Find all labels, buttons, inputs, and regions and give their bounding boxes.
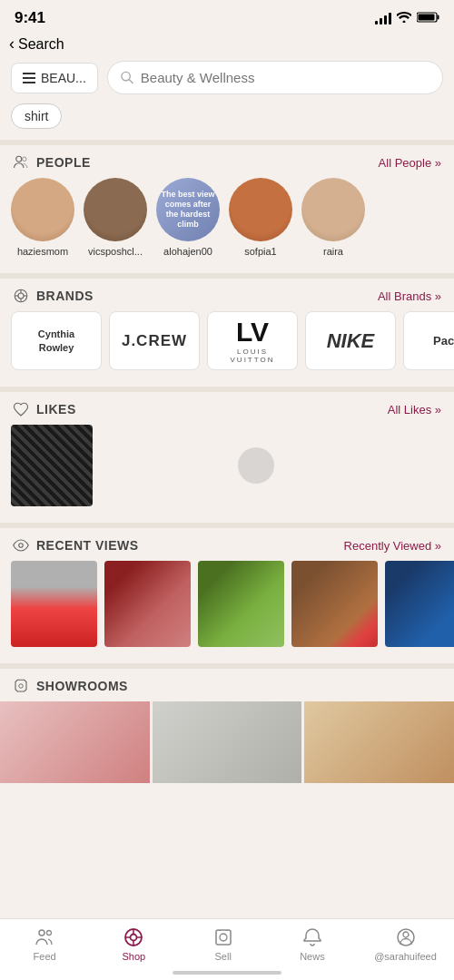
product-image-bag <box>291 561 378 647</box>
svg-point-15 <box>39 930 44 936</box>
brand-pac: Pac... <box>433 334 454 348</box>
views-row <box>0 561 454 660</box>
showrooms-icon <box>13 678 29 694</box>
status-icons <box>375 11 439 25</box>
person-name: sofpia1 <box>244 246 276 257</box>
list-item[interactable]: The best view comes after the hardest cl… <box>156 178 220 257</box>
avatar <box>11 178 74 241</box>
list-item[interactable]: raira <box>301 178 365 257</box>
person-name: alohajen00 <box>163 246 212 257</box>
status-time: 9:41 <box>15 9 45 27</box>
search-row: BEAU... <box>0 61 454 103</box>
search-box[interactable] <box>107 61 443 94</box>
recently-viewed-link[interactable]: Recently Viewed » <box>344 539 441 553</box>
svg-point-28 <box>403 932 409 937</box>
loading-spinner <box>238 447 274 484</box>
svg-line-4 <box>129 80 133 83</box>
list-item[interactable] <box>291 561 378 647</box>
brands-section: BRANDS All Brands » CynthiaRowley J.CREW… <box>0 279 454 383</box>
shop-icon <box>123 926 144 948</box>
people-title: PEOPLE <box>13 154 91 171</box>
svg-point-8 <box>18 293 24 299</box>
people-row: haziesmom vicsposhcl... The best view co… <box>0 178 454 270</box>
home-indicator <box>173 971 281 975</box>
back-label: Search <box>18 36 64 53</box>
list-item[interactable] <box>304 701 454 783</box>
nav-item-news[interactable]: News <box>285 926 340 962</box>
product-image-green-top <box>198 561 284 647</box>
avatar <box>84 178 147 241</box>
likes-row <box>0 425 454 519</box>
list-item[interactable] <box>0 701 150 783</box>
nav-label-profile: @sarahuifeed <box>374 951 437 962</box>
list-item[interactable] <box>104 561 191 647</box>
list-item[interactable] <box>11 425 93 506</box>
list-item[interactable]: Pac... <box>403 311 454 370</box>
profile-icon <box>395 926 417 948</box>
svg-rect-23 <box>216 930 231 945</box>
nav-label-sell: Sell <box>214 951 231 962</box>
svg-point-24 <box>220 934 227 941</box>
list-item[interactable]: sofpia1 <box>229 178 292 257</box>
showroom-image-2 <box>153 701 302 783</box>
recent-views-header: RECENT VIEWS Recently Viewed » <box>0 528 454 561</box>
nav-item-profile[interactable]: @sarahuifeed <box>374 926 437 962</box>
list-item[interactable] <box>198 561 284 647</box>
all-likes-link[interactable]: All Likes » <box>388 403 441 416</box>
list-item[interactable]: LV LOUIS VUITTON <box>207 311 298 370</box>
category-label: BEAU... <box>41 71 86 85</box>
nav-label-news: News <box>300 951 325 962</box>
hamburger-icon <box>23 73 35 83</box>
svg-point-13 <box>19 544 24 548</box>
back-button[interactable]: ‹ Search <box>9 34 64 54</box>
nav-label-feed: Feed <box>34 951 56 962</box>
brand-jcrew: J.CREW <box>122 332 187 350</box>
brand-louis-vuitton: LV LOUIS VUITTON <box>215 318 290 364</box>
product-image-lipstick <box>11 561 97 647</box>
search-icon <box>121 71 133 84</box>
filter-tag-shirt[interactable]: shirt <box>11 103 62 129</box>
nav-item-sell[interactable]: Sell <box>196 926 251 962</box>
likes-section-header: LIKES All Likes » <box>0 392 454 425</box>
feed-icon <box>34 926 55 948</box>
likes-title: LIKES <box>13 401 76 417</box>
status-bar: 9:41 <box>0 0 454 31</box>
back-chevron-icon: ‹ <box>9 34 15 54</box>
list-item[interactable]: CynthiaRowley <box>11 311 102 370</box>
brands-icon <box>13 288 29 304</box>
list-item[interactable] <box>153 701 302 783</box>
sell-icon <box>212 926 234 948</box>
svg-rect-2 <box>419 14 435 20</box>
list-item[interactable]: J.CREW <box>109 311 200 370</box>
all-people-link[interactable]: All People » <box>379 156 441 170</box>
news-bell-icon <box>301 926 323 948</box>
avatar <box>229 178 292 241</box>
list-item[interactable]: vicsposhcl... <box>84 178 147 257</box>
likes-heart-icon <box>13 401 29 417</box>
nav-item-feed[interactable]: Feed <box>17 926 72 962</box>
showrooms-section: SHOWROOMS <box>0 669 454 856</box>
avatar <box>301 178 365 241</box>
brand-nike: NIKE <box>327 329 375 353</box>
list-item[interactable]: haziesmom <box>11 178 74 257</box>
showrooms-row <box>0 701 454 856</box>
list-item[interactable] <box>11 561 97 647</box>
battery-icon <box>417 12 439 25</box>
product-image-watch <box>385 561 454 647</box>
svg-point-18 <box>131 935 137 941</box>
likes-section: LIKES All Likes » <box>0 392 454 519</box>
list-item[interactable]: NIKE <box>305 311 396 370</box>
nav-item-shop[interactable]: Shop <box>106 926 161 962</box>
svg-point-14 <box>19 684 24 689</box>
list-item[interactable] <box>385 561 454 647</box>
people-section: PEOPLE All People » haziesmom vicsposhcl… <box>0 145 454 270</box>
showrooms-title: SHOWROOMS <box>13 678 128 694</box>
signal-icon <box>375 12 391 24</box>
recent-views-section: RECENT VIEWS Recently Viewed » <box>0 528 454 660</box>
eye-icon <box>13 537 29 554</box>
all-brands-link[interactable]: All Brands » <box>378 289 441 303</box>
person-name: vicsposhcl... <box>88 246 143 257</box>
search-input[interactable] <box>141 70 429 85</box>
category-button[interactable]: BEAU... <box>11 63 98 93</box>
brand-cynthia-rowley: CynthiaRowley <box>38 328 74 354</box>
